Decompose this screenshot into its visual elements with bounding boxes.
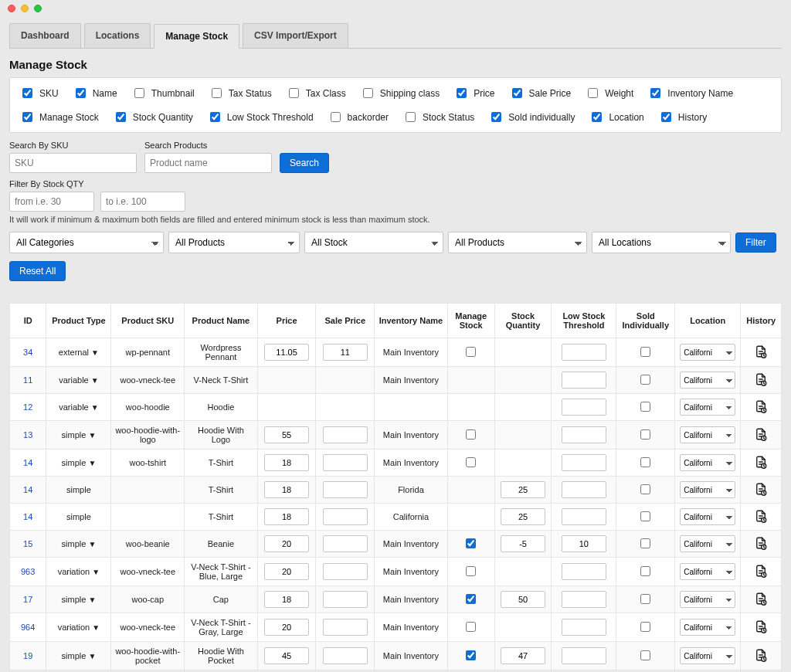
low-stock-input[interactable] [562,454,606,471]
location-select[interactable]: Californi [680,481,735,498]
search-sku-input[interactable] [9,153,137,173]
checkbox[interactable] [22,88,32,98]
low-stock-input[interactable] [562,508,606,525]
history-icon[interactable] [754,598,768,607]
checkbox[interactable] [588,88,598,98]
history-icon[interactable] [754,626,768,635]
checkbox[interactable] [650,88,660,98]
location-select[interactable]: Californi [680,535,735,552]
low-stock-input[interactable] [562,399,606,416]
sold-individually-checkbox[interactable] [640,457,650,467]
price-input[interactable] [264,481,309,498]
qty-from-input[interactable] [9,192,94,212]
price-input[interactable] [264,535,309,552]
sale-price-input[interactable] [323,344,368,361]
sold-individually-checkbox[interactable] [640,484,650,494]
price-input[interactable] [264,426,309,443]
checkbox[interactable] [363,88,373,98]
checkbox[interactable] [76,88,86,98]
low-stock-input[interactable] [562,619,606,636]
history-icon[interactable] [754,488,768,497]
sale-price-input[interactable] [323,508,368,525]
product-id-link[interactable]: 15 [23,539,32,548]
low-stock-input[interactable] [562,426,606,443]
column-toggle-thumbnail[interactable]: Thumbnail [131,86,195,100]
checkbox[interactable] [592,112,602,122]
stock-qty-input[interactable] [501,647,545,664]
window-minimize-icon[interactable] [21,5,29,12]
low-stock-input[interactable] [562,481,606,498]
sale-price-input[interactable] [323,426,368,443]
checkbox[interactable] [512,88,522,98]
sold-individually-checkbox[interactable] [640,347,650,357]
price-input[interactable] [264,508,309,525]
search-button[interactable]: Search [280,153,329,173]
checkbox[interactable] [491,112,501,122]
low-stock-input[interactable] [562,344,606,361]
tab-manage-stock[interactable]: Manage Stock [154,24,239,49]
column-toggle-backorder[interactable]: backorder [328,110,389,124]
checkbox[interactable] [661,112,671,122]
reset-all-button[interactable]: Reset All [9,261,66,281]
sale-price-input[interactable] [323,454,368,471]
sale-price-input[interactable] [323,647,368,664]
checkbox[interactable] [212,88,222,98]
history-icon[interactable] [754,570,768,579]
product-id-link[interactable]: 964 [21,623,35,632]
product-id-link[interactable]: 14 [23,512,32,521]
manage-stock-checkbox[interactable] [466,347,476,357]
location-select[interactable]: Californi [680,454,735,471]
low-stock-input[interactable] [562,563,606,580]
column-toggle-low-stock-threshold[interactable]: Low Stock Threshold [207,110,314,124]
checkbox[interactable] [457,88,467,98]
stock-qty-input[interactable] [501,508,545,525]
filter-products-2[interactable]: All Products [448,232,587,253]
tab-csv-import-export[interactable]: CSV Import/Export [243,23,348,48]
sold-individually-checkbox[interactable] [640,375,650,385]
product-id-link[interactable]: 14 [23,458,32,467]
column-toggle-weight[interactable]: Weight [585,86,633,100]
checkbox[interactable] [134,88,144,98]
column-toggle-price[interactable]: Price [453,86,494,100]
tab-dashboard[interactable]: Dashboard [9,23,81,48]
sold-individually-checkbox[interactable] [640,622,650,632]
window-close-icon[interactable] [8,5,15,12]
column-toggle-stock-status[interactable]: Stock Status [402,110,474,124]
stock-qty-input[interactable] [501,591,545,608]
sold-individually-checkbox[interactable] [640,429,650,440]
sold-individually-checkbox[interactable] [640,594,650,604]
checkbox[interactable] [406,112,416,122]
checkbox[interactable] [116,112,126,122]
price-input[interactable] [264,647,309,664]
location-select[interactable]: Californi [680,344,735,361]
checkbox[interactable] [289,88,299,98]
column-toggle-manage-stock[interactable]: Manage Stock [19,110,99,124]
checkbox[interactable] [331,112,341,122]
column-toggle-tax-status[interactable]: Tax Status [209,86,272,100]
low-stock-input[interactable] [562,591,606,608]
column-toggle-name[interactable]: Name [73,86,117,100]
price-input[interactable] [264,619,309,636]
location-select[interactable]: Californi [680,563,735,580]
filter-products[interactable]: All Products [168,232,300,253]
search-products-input[interactable] [144,153,272,173]
column-toggle-sale-price[interactable]: Sale Price [509,86,572,100]
tab-locations[interactable]: Locations [84,23,151,48]
price-input[interactable] [264,344,309,361]
filter-categories[interactable]: All Categories [9,232,164,253]
low-stock-input[interactable] [562,372,606,389]
history-icon[interactable] [754,406,768,415]
column-toggle-tax-class[interactable]: Tax Class [286,86,346,100]
sold-individually-checkbox[interactable] [640,566,650,576]
location-select[interactable]: Californi [680,619,735,636]
column-toggle-history[interactable]: History [658,110,707,124]
checkbox[interactable] [210,112,220,122]
history-icon[interactable] [754,515,768,524]
sold-individually-checkbox[interactable] [640,402,650,412]
low-stock-input[interactable] [562,647,606,664]
manage-stock-checkbox[interactable] [466,622,476,632]
location-select[interactable]: Californi [680,591,735,608]
price-input[interactable] [264,454,309,471]
low-stock-input[interactable] [562,535,606,552]
manage-stock-checkbox[interactable] [466,429,476,440]
